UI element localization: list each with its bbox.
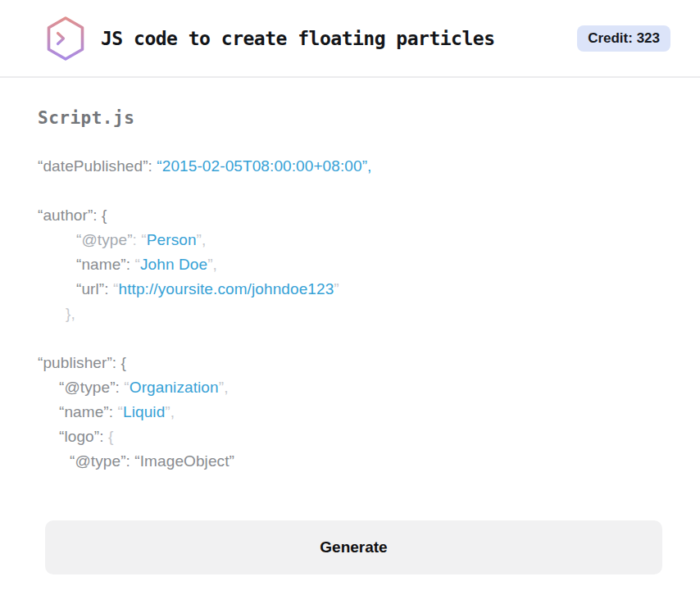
code-segment-key: : bbox=[99, 428, 108, 445]
code-segment-key: “publisher”: { bbox=[38, 354, 126, 371]
code-line: “datePublished”: “2015-02-05T08:00:00+08… bbox=[38, 154, 662, 179]
code-segment-value: Organization bbox=[130, 379, 219, 396]
credit-badge: Credit: 323 bbox=[577, 25, 670, 52]
code-segment-punct: ”, bbox=[197, 231, 207, 248]
code-line: “@type”: “Person”, bbox=[38, 228, 662, 252]
code-segment-punct: ”, bbox=[165, 403, 175, 420]
code-segment-key: “author”: { bbox=[38, 207, 107, 224]
code-segment-punct: : bbox=[133, 231, 142, 248]
code-segment-punct: { bbox=[108, 428, 113, 445]
code-line: “publisher”: { bbox=[38, 351, 662, 375]
terminal-prompt-hexagon-icon bbox=[45, 16, 86, 61]
code-segment-key: “@type”: “ImageObject” bbox=[70, 452, 234, 470]
generate-button[interactable]: Generate bbox=[45, 520, 662, 574]
code-line: “@type”: “Organization”, bbox=[38, 375, 662, 400]
code-segment-key: “name” bbox=[76, 256, 126, 273]
filename-label: Script.js bbox=[38, 108, 662, 128]
code-segment-key: “datePublished”: bbox=[38, 157, 157, 175]
code-segment-value: http://yoursite.com/johndoe123 bbox=[118, 280, 334, 297]
code-segment-key: “logo” bbox=[59, 428, 99, 445]
code-line: “name”: “John Doe”, bbox=[38, 252, 662, 277]
code-line: “name”: “Liquid”, bbox=[38, 400, 662, 425]
code-segment-key: : bbox=[104, 280, 113, 297]
code-segment-keyfade: “@type” bbox=[76, 231, 133, 248]
code-segment-key: : bbox=[116, 379, 125, 396]
code-segment-key: “@type” bbox=[59, 379, 116, 396]
code-line: “@type”: “ImageObject” bbox=[38, 449, 662, 474]
code-line bbox=[38, 179, 662, 203]
code-segment-punct: }, bbox=[66, 305, 75, 322]
code-segment-value: John Doe bbox=[140, 256, 207, 273]
code-line bbox=[38, 326, 662, 351]
app-header: JS code to create floating particles Cre… bbox=[0, 0, 700, 78]
code-segment-value: “2015-02-05T08:00:00+08:00”, bbox=[157, 157, 371, 175]
code-line: }, bbox=[38, 302, 662, 326]
code-block: “datePublished”: “2015-02-05T08:00:00+08… bbox=[38, 154, 662, 474]
code-line: “author”: { bbox=[38, 203, 662, 228]
code-segment-punct: ”, bbox=[207, 256, 217, 273]
code-line: “url”: “http://yoursite.com/johndoe123” bbox=[38, 277, 662, 302]
code-segment-key: : bbox=[109, 403, 118, 420]
code-segment-value: Liquid bbox=[123, 403, 165, 420]
code-segment-value: Person bbox=[147, 231, 197, 248]
content: Script.js “datePublished”: “2015-02-05T0… bbox=[0, 108, 700, 574]
code-segment-punct: ” bbox=[334, 280, 339, 297]
code-segment-key: “name” bbox=[59, 403, 109, 420]
page-title: JS code to create floating particles bbox=[101, 28, 495, 49]
code-segment-punct: ”, bbox=[219, 379, 229, 396]
code-segment-key: : bbox=[126, 256, 135, 273]
code-segment-key: “url” bbox=[76, 280, 104, 297]
code-line: “logo”: { bbox=[38, 425, 662, 449]
